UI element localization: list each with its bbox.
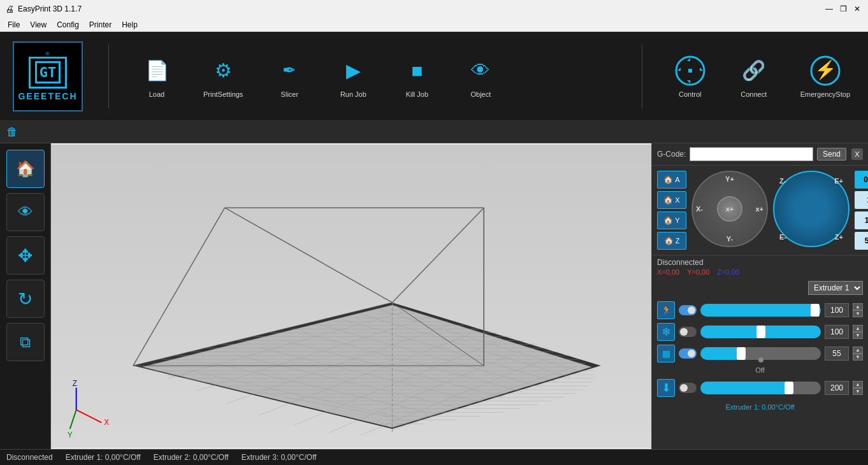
tool-object[interactable]: 👁 Object [458,50,503,103]
fan-slider-row: ❄ 100 ▲ ▼ [657,323,863,341]
tool-connect[interactable]: 🔗 Connect [732,50,776,103]
extruder-up[interactable]: ▲ [853,381,863,388]
bed-spinner[interactable]: ▲ ▼ [853,347,863,361]
menu-printer[interactable]: Printer [84,19,117,31]
speed-down[interactable]: ▼ [853,310,863,317]
menu-view[interactable]: View [25,19,52,31]
bed-status-label: Off [755,366,764,374]
menu-file[interactable]: File [3,19,25,31]
emergencystop-icon: ⚡ [809,55,841,87]
z-minus-button[interactable]: Z- [779,177,786,185]
gcode-close-button[interactable]: X [851,148,863,160]
menu-help[interactable]: Help [117,19,143,31]
extruder-icon: ⬇ [657,379,675,397]
home-x-button[interactable]: 🏠 X [657,191,686,209]
delete-icon[interactable]: 🗑 [6,125,18,139]
bed-down[interactable]: ▼ [853,354,863,361]
tool-load[interactable]: 📄 Load [134,50,179,103]
sidebar-item-move[interactable]: ✥ [6,236,45,275]
z-position: Z=0,00 [717,268,739,276]
home-y-button[interactable]: 🏠 Y [657,211,686,229]
e-plus-button[interactable]: E+ [834,177,843,185]
gcode-send-button[interactable]: Send [817,148,846,161]
speed-icon: 🏃 [657,301,675,319]
bed-label-row: Off [657,366,863,375]
home-z-button[interactable]: 🏠 Z [657,232,686,250]
maximize-button[interactable]: ❐ [837,3,849,15]
bed-toggle[interactable] [679,348,697,359]
bed-up[interactable]: ▲ [853,347,863,354]
gcode-bar: G-Code: Send X [652,143,868,166]
y-minus-button[interactable]: Y- [727,235,733,243]
minimize-button[interactable]: — [823,3,835,15]
svg-text:⚡: ⚡ [814,59,836,80]
bed-track[interactable] [700,347,821,360]
speed-up[interactable]: ▲ [853,303,863,310]
extruder-spinner[interactable]: ▲ ▼ [853,381,863,395]
ez-dial: Z- E+ E- Z+ [773,171,850,247]
tool-emergencystop[interactable]: ⚡ EmergencyStop [795,50,855,103]
home-y-label: Y [675,217,679,224]
sidebar-item-view[interactable]: 👁 [6,193,45,231]
svg-rect-5 [688,69,692,73]
fan-down[interactable]: ▼ [853,332,863,339]
gcode-label: G-Code: [657,150,686,159]
toolbar: ® GT GEEETECH 📄 Load ⚙ PrintSettings ✒ S… [0,32,868,121]
home-a-button[interactable]: 🏠 A [657,171,686,189]
deletebar: 🗑 [0,121,868,143]
xy-center-button[interactable]: x+ [717,196,742,222]
tool-slicer[interactable]: ✒ Slicer [267,50,312,103]
fan-up[interactable]: ▲ [853,325,863,332]
tool-control[interactable]: Control [668,50,712,103]
step-1[interactable]: 1 [855,191,868,209]
speed-spinner[interactable]: ▲ ▼ [853,303,863,317]
extruder-track[interactable] [700,382,821,394]
runjob-icon: ▶ [337,55,369,87]
speed-toggle[interactable] [679,305,697,315]
tool-killjob[interactable]: ■ Kill Job [394,50,439,103]
fan-toggle[interactable] [679,327,697,337]
app-title: EasyPrint 3D 1.1.7 [18,4,82,13]
speed-slider-row: 🏃 100 ▲ ▼ [657,301,863,319]
extruder-selector[interactable]: Extruder 1 Extruder 2 Extruder 3 [808,281,863,295]
extruder-down[interactable]: ▼ [853,388,863,395]
step-50[interactable]: 50 [855,232,868,250]
gcode-input[interactable] [690,147,813,161]
ez-dial-container: Z- E+ E- Z+ [773,171,850,250]
sidebar-item-rotate[interactable]: ↻ [6,280,45,318]
home-x-label: X [675,196,679,204]
killjob-icon: ■ [401,55,433,87]
extruder-toggle[interactable] [679,383,697,393]
object-label: Object [470,90,491,98]
e-minus-button[interactable]: E- [779,233,786,241]
step-10[interactable]: 10 [855,211,868,229]
tool-printsettings[interactable]: ⚙ PrintSettings [198,50,248,103]
z-plus-button[interactable]: Z+ [835,233,843,241]
speed-track[interactable] [700,304,821,317]
fan-spinner[interactable]: ▲ ▼ [853,325,863,339]
y-position: Y=0,00 [687,268,709,276]
x-plus-button[interactable]: x+ [755,205,763,213]
x-minus-button[interactable]: X- [696,205,703,213]
connect-icon: 🔗 [738,55,770,87]
emergencystop-label: EmergencyStop [800,90,850,98]
close-button[interactable]: ✕ [851,3,863,15]
y-plus-button[interactable]: Y+ [725,175,734,183]
viewport: X Y Z [51,143,651,449]
bed-icon: ▦ [657,345,675,362]
titlebar: 🖨 EasyPrint 3D 1.1.7 — ❐ ✕ [0,0,868,18]
menu-config[interactable]: Config [52,19,84,31]
3d-scene: X Y Z [51,143,651,449]
position-readout: Disconnected X=0,00 Y=0,00 Z=0,00 [652,255,868,278]
tool-runjob[interactable]: ▶ Run Job [331,50,375,103]
x-position: X=0,00 [657,268,679,276]
fan-track[interactable] [700,326,821,338]
step-values: 0.1 1 10 50 [855,171,868,250]
slicer-icon: ✒ [273,55,305,87]
logo-area: ® GT GEEETECH [13,41,83,111]
sidebar-item-home[interactable]: 🏠 [6,150,45,188]
step-01[interactable]: 0.1 [855,171,868,189]
sidebar-item-clone[interactable]: ⧉ [6,323,45,361]
extruder-row: Extruder 1 Extruder 2 Extruder 3 [652,278,868,297]
logo-box: ® GT GEEETECH [13,41,83,111]
